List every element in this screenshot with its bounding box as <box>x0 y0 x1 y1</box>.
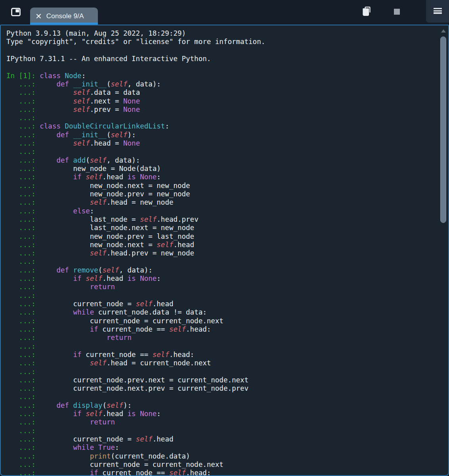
code-line: ...: print(current_node.data) <box>6 452 438 461</box>
code-line: ...: def remove(self, data): <box>6 266 438 274</box>
code-line: ...: new_node = Node(data) <box>6 165 438 173</box>
code-line: ...: <box>6 342 438 351</box>
code-line: ...: self.prev = None <box>6 106 438 114</box>
code-line <box>6 63 438 71</box>
code-line: ...: def __init__(self, data): <box>6 80 438 88</box>
console-tabbar: ✕ Console 9/A <box>0 0 449 25</box>
code-line: Type "copyright", "credits" or "license"… <box>6 38 438 46</box>
code-line: ...: self.head.prev = new_node <box>6 249 438 257</box>
close-icon[interactable]: ✕ <box>35 12 42 20</box>
code-line: ...: <box>6 292 438 300</box>
browse-tabs-icon <box>10 13 21 19</box>
code-line: ...: return <box>6 418 438 426</box>
code-line: ...: current_node = current_node.next <box>6 461 438 469</box>
code-line: ...: current_node.prev.next = current_no… <box>6 376 438 384</box>
browse-tabs-button[interactable] <box>10 6 21 17</box>
code-line: ...: <box>6 257 438 266</box>
corner-options-panel <box>426 0 449 23</box>
code-line: ...: if current_node == self.head: <box>6 469 438 476</box>
code-line: ...: last_node.next = new_node <box>6 224 438 232</box>
code-line: ...: if self.head is None: <box>6 410 438 418</box>
code-line: ...: <box>6 148 438 156</box>
code-line: ...: if self.head is None: <box>6 173 438 181</box>
code-line: ...: self.data = data <box>6 88 438 97</box>
spyder-console-window: { "topbar": { "tab_title": "Console 9/A"… <box>0 0 449 476</box>
code-line: ...: current_node.next.prev = current_no… <box>6 384 438 393</box>
tab-console-9a[interactable]: ✕ Console 9/A <box>30 8 98 25</box>
code-line: ...: if current_node == self.head: <box>6 351 438 359</box>
hamburger-icon <box>434 8 442 9</box>
code-line: ...: class DoubleCircularLinkedList: <box>6 122 438 131</box>
code-line: ...: self.head = current_node.next <box>6 359 438 367</box>
code-line: ...: if self.head is None: <box>6 274 438 283</box>
code-line: ...: last_node = self.head.prev <box>6 215 438 224</box>
code-line: ...: current_node = current_node.next <box>6 317 438 325</box>
code-line: IPython 7.31.1 -- An enhanced Interactiv… <box>6 55 438 63</box>
code-line: ...: else: <box>6 207 438 215</box>
code-line: ...: new_node.prev = last_node <box>6 232 438 241</box>
code-line: ...: <box>6 114 438 122</box>
code-line: ...: new_node.next = self.head <box>6 241 438 249</box>
code-line: ...: def display(self): <box>6 401 438 410</box>
code-line: ...: current_node = self.head <box>6 435 438 443</box>
vertical-scrollbar[interactable] <box>439 26 447 474</box>
code-line: In [1]: class Node: <box>6 72 438 80</box>
code-line: ...: return <box>6 334 438 342</box>
code-line: ...: return <box>6 283 438 291</box>
console-output[interactable]: Python 3.9.13 (main, Aug 25 2022, 18:29:… <box>6 29 438 476</box>
code-line: ...: if current_node == self.head: <box>6 325 438 334</box>
remove-variables-button[interactable] <box>361 6 372 17</box>
code-line: ...: <box>6 368 438 376</box>
code-line: ...: self.next = None <box>6 97 438 106</box>
code-line: ...: def __init__(self): <box>6 131 438 139</box>
code-line: ...: new_node.prev = new_node <box>6 190 438 198</box>
code-line: ...: while True: <box>6 443 438 452</box>
options-menu-button[interactable] <box>434 8 442 14</box>
code-line: ...: current_node = self.head <box>6 300 438 308</box>
code-line <box>6 46 438 55</box>
code-line: ...: while current_node.data != data: <box>6 308 438 317</box>
scrollbar-thumb[interactable] <box>440 36 446 223</box>
code-line: ...: self.head = new_node <box>6 198 438 207</box>
code-line: ...: def add(self, data): <box>6 156 438 165</box>
code-line: ...: <box>6 427 438 435</box>
scrollbar-up-arrow-icon[interactable] <box>441 29 446 33</box>
code-line: Python 3.9.13 (main, Aug 25 2022, 18:29:… <box>6 29 438 38</box>
trash-icon <box>361 12 372 18</box>
code-line: ...: new_node.next = new_node <box>6 182 438 190</box>
console-panel[interactable]: Python 3.9.13 (main, Aug 25 2022, 18:29:… <box>0 25 449 476</box>
code-line: ...: self.head = None <box>6 139 438 148</box>
code-line: ...: <box>6 393 438 401</box>
interrupt-kernel-button[interactable] <box>394 9 400 15</box>
tab-title: Console 9/A <box>46 12 84 20</box>
